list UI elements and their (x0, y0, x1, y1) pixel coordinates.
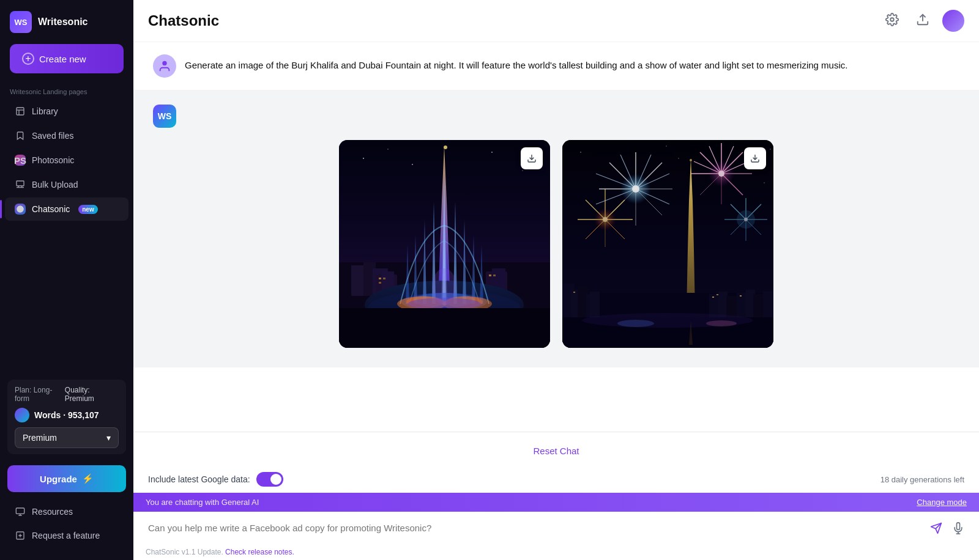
svg-rect-127 (740, 295, 742, 297)
svg-point-132 (706, 320, 737, 326)
ai-response: WS (133, 90, 979, 367)
svg-rect-27 (493, 274, 496, 276)
chat-mode-bar: You are chatting with General AI Change … (133, 493, 979, 512)
upgrade-button[interactable]: Upgrade ⚡ (7, 465, 126, 492)
svg-rect-124 (763, 292, 773, 317)
plan-row: Plan: Long-form Quality: Premium (15, 386, 119, 403)
library-label: Library (32, 106, 58, 116)
svg-point-7 (890, 18, 894, 21)
svg-point-135 (666, 146, 667, 147)
bulk-upload-icon (15, 179, 26, 190)
download-button-1[interactable] (521, 147, 543, 169)
chat-mode-text: You are chatting with General AI (146, 498, 259, 507)
chat-input-wrapper: You are chatting with General AI Change … (133, 493, 979, 560)
svg-rect-126 (717, 294, 718, 295)
chatsonic-icon (15, 204, 26, 215)
photosonic-label: Photosonic (32, 155, 74, 165)
sidebar-item-resources[interactable]: Resources (5, 500, 128, 523)
words-row: Words · 953,107 (15, 408, 119, 422)
change-mode-button[interactable]: Change mode (917, 498, 967, 507)
saved-files-label: Saved files (32, 131, 73, 141)
sidebar-item-chatsonic[interactable]: Chatsonic new (5, 197, 128, 221)
svg-point-134 (580, 152, 581, 153)
daily-generations-left: 18 daily generations left (880, 475, 964, 484)
sidebar-item-photosonic[interactable]: PS Photosonic (5, 149, 128, 172)
plan-label: Plan: Long-form (15, 386, 65, 403)
main-content: Chatsonic Generat (133, 0, 979, 560)
sidebar-section-label: Writesonic Landing pages (0, 83, 133, 99)
google-data-row: Include latest Google data: 18 daily gen… (133, 470, 979, 493)
google-data-toggle[interactable] (256, 472, 283, 487)
resources-label: Resources (32, 507, 73, 517)
user-avatar-button[interactable] (942, 10, 964, 32)
request-feature-label: Request a feature (32, 531, 100, 540)
send-icon (930, 522, 942, 534)
download-button-2[interactable] (744, 147, 766, 169)
chat-input[interactable] (143, 512, 925, 544)
svg-point-138 (770, 149, 770, 149)
svg-rect-25 (379, 282, 381, 284)
user-message-text: Generate an image of the Burj Khalifa an… (185, 54, 847, 73)
chat-area: Generate an image of the Burj Khalifa an… (133, 42, 979, 432)
upgrade-label: Upgrade (40, 474, 77, 484)
settings-button[interactable] (881, 10, 903, 32)
images-grid (153, 140, 959, 348)
svg-point-101 (690, 159, 692, 161)
svg-rect-0 (17, 108, 24, 115)
svg-rect-128 (573, 292, 575, 293)
sidebar-bottom: Resources Request a feature (0, 497, 133, 550)
svg-point-72 (632, 185, 639, 193)
sidebar-item-request-feature[interactable]: Request a feature (5, 524, 128, 547)
sidebar-item-library[interactable]: Library (5, 100, 128, 123)
writesonic-icon: WS (153, 105, 176, 128)
user-message: Generate an image of the Burj Khalifa an… (133, 42, 979, 90)
reset-chat-row: Reset Chat (133, 432, 979, 470)
chat-input-row (133, 512, 979, 544)
plan-section: Plan: Long-form Quality: Premium Words ·… (7, 380, 126, 454)
dubai-fountain-image (339, 140, 550, 348)
share-button[interactable] (912, 10, 934, 32)
premium-select[interactable]: Premium ▾ (15, 427, 119, 448)
words-count: Words · 953,107 (34, 410, 99, 420)
chatsonic-label: Chatsonic (32, 204, 70, 214)
mic-icon (952, 522, 964, 534)
release-notes-bar: ChatSonic v1.1 Update. Check release not… (133, 544, 979, 560)
bookmark-icon (15, 130, 26, 141)
svg-point-47 (432, 268, 456, 305)
lightning-icon: ⚡ (82, 473, 94, 484)
premium-label: Premium (23, 433, 57, 443)
generated-image-1 (339, 140, 550, 348)
page-title: Chatsonic (148, 12, 219, 29)
svg-point-136 (678, 158, 679, 158)
quality-label: Quality: Premium (65, 386, 119, 403)
book-icon (15, 106, 26, 117)
sidebar-logo: WS Writesonic (0, 0, 133, 44)
chevron-down-icon: ▾ (106, 433, 111, 443)
svg-rect-117 (590, 292, 600, 317)
toggle-knob (270, 474, 281, 485)
create-new-button[interactable]: + Create new (10, 44, 124, 73)
check-release-link[interactable]: Check release notes. (225, 548, 294, 556)
release-notes-text: ChatSonic v1.1 Update. (146, 548, 223, 556)
sidebar-item-bulk-upload[interactable]: Bulk Upload (5, 173, 128, 196)
svg-point-131 (617, 320, 654, 327)
svg-rect-119 (718, 292, 728, 317)
download-icon-1 (527, 153, 537, 163)
share-icon (916, 13, 929, 29)
reset-chat-button[interactable]: Reset Chat (521, 441, 591, 461)
svg-point-50 (387, 149, 389, 150)
bottom-area: Reset Chat Include latest Google data: 1… (133, 432, 979, 560)
svg-point-137 (764, 182, 765, 183)
mic-button[interactable] (947, 517, 969, 539)
sidebar-item-saved-files[interactable]: Saved files (5, 124, 128, 147)
user-icon (158, 59, 171, 73)
plus-circle-icon: + (22, 53, 34, 65)
user-avatar (153, 54, 176, 78)
send-button[interactable] (925, 517, 947, 539)
svg-point-96 (603, 217, 608, 222)
svg-point-52 (491, 152, 493, 153)
svg-point-49 (363, 158, 364, 159)
topbar: Chatsonic (133, 0, 979, 42)
logo-text: Writesonic (38, 17, 88, 28)
svg-point-53 (522, 170, 523, 171)
